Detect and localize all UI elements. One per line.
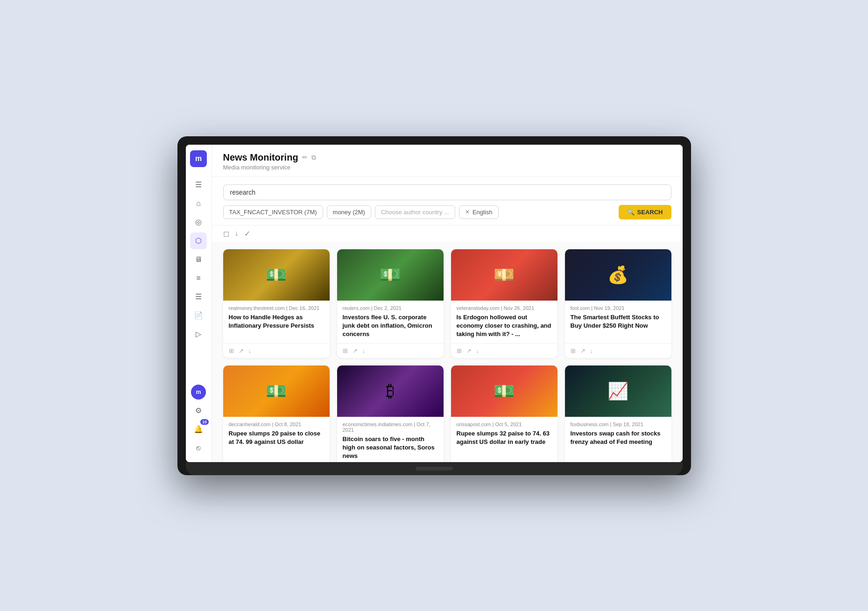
article-body: foxbusiness.com | Sep 18, 2021 Investors… <box>565 417 671 462</box>
sidebar-item-monitoring[interactable]: ⬡ <box>190 232 207 249</box>
sidebar-item-display[interactable]: 🖥 <box>190 251 207 268</box>
laptop-notch <box>416 467 453 471</box>
article-actions: ⊞ ↗ ↓ <box>565 343 671 358</box>
menu-icon: ☰ <box>195 180 202 189</box>
article-title: The Smartest Buffett Stocks to Buy Under… <box>571 313 666 339</box>
article-card: 💴 veteranstoday.com | Nov 26, 2021 Is Er… <box>451 249 557 358</box>
articles-grid: 💵 realmoney.thestreet.com | Dec 16, 2021… <box>223 249 671 462</box>
edit-icon[interactable]: ✏ <box>302 154 308 161</box>
article-title: How to Handle Hedges as Inflationary Pre… <box>229 313 324 339</box>
sidebar-item-settings[interactable]: ⚙ <box>190 402 207 419</box>
target-icon: ◎ <box>195 218 202 226</box>
home-icon: ⌂ <box>196 199 201 208</box>
open-external-icon[interactable]: ⊞ <box>343 347 348 354</box>
sidebar-item-list[interactable]: ≡ <box>190 270 207 287</box>
article-body: veteranstoday.com | Nov 26, 2021 Is Erdo… <box>451 301 557 344</box>
article-card: 📈 foxbusiness.com | Sep 18, 2021 Investo… <box>565 365 671 462</box>
article-actions: ⊞ ↗ ↓ <box>451 343 557 358</box>
main-content: News Monitoring ✏ ⧉ Media monitoring ser… <box>212 145 683 462</box>
article-image: ₿ <box>337 365 444 417</box>
notification-badge: 10 <box>200 419 209 425</box>
search-area: TAX_FNCACT_INVESTOR (7M) money (2M) Choo… <box>212 177 683 225</box>
article-image: 💵 <box>223 365 330 417</box>
article-body: deccanherald.com | Oct 8, 2021 Rupee slu… <box>223 417 330 462</box>
select-all-icon[interactable]: ◻ <box>223 229 229 238</box>
sidebar-item-notifications[interactable]: 🔔 10 <box>190 421 207 438</box>
article-title: Bitcoin soars to five - month high on se… <box>343 435 438 461</box>
avatar: m <box>191 385 206 400</box>
article-title: Investors swap cash for stocks frenzy ah… <box>571 429 666 461</box>
article-body: economictimes.indiatimes.com | Oct 7, 20… <box>337 417 444 462</box>
article-card: 💰 fool.com | Nov 19, 2021 The Smartest B… <box>565 249 671 358</box>
language-remove-icon[interactable]: ✕ <box>465 209 470 215</box>
article-image: 💵 <box>223 249 330 301</box>
filter-keyword-label: money (2M) <box>333 209 365 216</box>
filter-country-tag[interactable]: Choose author country ... <box>375 205 455 219</box>
article-meta: reuters.com | Dec 2, 2021 <box>343 305 438 311</box>
download-article-icon[interactable]: ↓ <box>248 347 252 354</box>
share-icon[interactable]: ↗ <box>353 347 358 354</box>
article-image: 💴 <box>451 249 557 301</box>
lines-icon: ☰ <box>195 292 202 301</box>
search-button-label: SEARCH <box>637 209 663 216</box>
open-external-icon[interactable]: ⊞ <box>571 347 576 354</box>
article-body: orissapost.com | Oct 5, 2021 Rupee slump… <box>451 417 557 462</box>
laptop-bottom <box>186 462 683 475</box>
sidebar-item-document[interactable]: 📄 <box>190 307 207 324</box>
search-input[interactable] <box>230 189 664 196</box>
article-card: 💵 orissapost.com | Oct 5, 2021 Rupee slu… <box>451 365 557 462</box>
search-input-container[interactable] <box>223 184 671 200</box>
article-actions: ⊞ ↗ ↓ <box>337 343 444 358</box>
sidebar-item-logout[interactable]: ⎋ <box>190 440 207 456</box>
laptop-frame: m ☰ ⌂ ◎ ⬡ 🖥 ≡ ☰ 📄 <box>177 136 691 475</box>
article-title: Investors flee U. S. corporate junk debt… <box>343 313 438 339</box>
sidebar-item-lines[interactable]: ☰ <box>190 288 207 305</box>
sidebar-item-arrow[interactable]: ▷ <box>190 326 207 343</box>
article-image: 💰 <box>565 249 671 301</box>
article-meta: deccanherald.com | Oct 8, 2021 <box>229 421 324 427</box>
article-image: 💵 <box>451 365 557 417</box>
download-article-icon[interactable]: ↓ <box>590 347 593 354</box>
article-card: 💵 reuters.com | Dec 2, 2021 Investors fl… <box>337 249 444 358</box>
share-icon[interactable]: ↗ <box>466 347 472 354</box>
download-article-icon[interactable]: ↓ <box>476 347 480 354</box>
arrow-icon: ▷ <box>196 330 201 338</box>
check-icon[interactable]: ✓ <box>244 229 250 238</box>
page-title: News Monitoring <box>223 152 298 163</box>
filter-topic-tag[interactable]: TAX_FNCACT_INVESTOR (7M) <box>223 205 323 219</box>
share-icon[interactable]: ↗ <box>580 347 586 354</box>
app-logo[interactable]: m <box>190 150 207 167</box>
article-image: 💵 <box>337 249 444 301</box>
article-meta: economictimes.indiatimes.com | Oct 7, 20… <box>343 421 438 433</box>
copy-icon[interactable]: ⧉ <box>311 154 316 162</box>
search-button[interactable]: 🔍 SEARCH <box>619 205 671 219</box>
list-icon: ≡ <box>196 274 200 282</box>
article-title: Rupee slumps 32 paise to 74. 63 against … <box>457 429 552 461</box>
sidebar-item-menu[interactable]: ☰ <box>190 176 207 193</box>
document-icon: 📄 <box>194 311 203 320</box>
article-card: ₿ economictimes.indiatimes.com | Oct 7, … <box>337 365 444 462</box>
share-icon[interactable]: ↗ <box>239 347 244 354</box>
open-external-icon[interactable]: ⊞ <box>229 347 234 354</box>
article-meta: realmoney.thestreet.com | Dec 16, 2021 <box>229 305 324 311</box>
article-title: Is Erdogon hollowed out economy closer t… <box>457 313 552 339</box>
sidebar-item-avatar[interactable]: m <box>190 384 207 400</box>
sidebar-item-home[interactable]: ⌂ <box>190 195 207 212</box>
open-external-icon[interactable]: ⊞ <box>457 347 462 354</box>
logout-icon: ⎋ <box>196 444 201 452</box>
filter-keyword-tag[interactable]: money (2M) <box>327 205 371 219</box>
article-meta: veteranstoday.com | Nov 26, 2021 <box>457 305 552 311</box>
laptop-screen: m ☰ ⌂ ◎ ⬡ 🖥 ≡ ☰ 📄 <box>186 145 683 462</box>
sidebar-item-target[interactable]: ◎ <box>190 214 207 231</box>
filter-language-tag[interactable]: ✕ English <box>459 205 499 219</box>
gear-icon: ⚙ <box>195 406 202 415</box>
article-title: Rupee slumps 20 paise to close at 74. 99… <box>229 429 324 461</box>
article-card: 💵 deccanherald.com | Oct 8, 2021 Rupee s… <box>223 365 330 462</box>
article-image: 📈 <box>565 365 671 417</box>
download-icon[interactable]: ↓ <box>235 229 239 238</box>
articles-area: 💵 realmoney.thestreet.com | Dec 16, 2021… <box>212 242 683 462</box>
filter-topic-label: TAX_FNCACT_INVESTOR (7M) <box>229 209 317 216</box>
download-article-icon[interactable]: ↓ <box>362 347 366 354</box>
filter-row: TAX_FNCACT_INVESTOR (7M) money (2M) Choo… <box>223 205 671 219</box>
filter-country-label: Choose author country ... <box>381 209 449 216</box>
